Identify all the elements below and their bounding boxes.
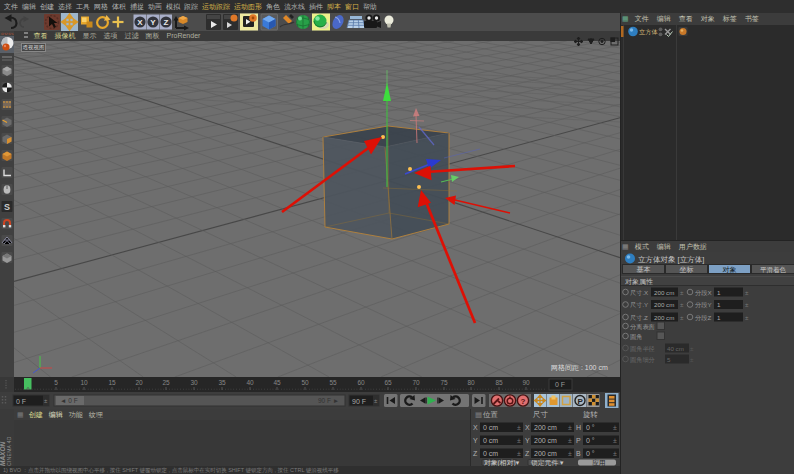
svg-text:Y: Y [150, 18, 156, 27]
svg-text:P: P [578, 397, 584, 406]
svg-text:±: ± [517, 424, 521, 431]
svg-text:Y: Y [525, 437, 530, 444]
svg-text:40 cm: 40 cm [667, 345, 684, 352]
svg-text:0 F: 0 F [555, 381, 565, 388]
svg-text:X: X [137, 18, 143, 27]
svg-text:±: ± [745, 301, 749, 308]
svg-text:▦: ▦ [475, 410, 482, 419]
svg-text:±: ± [517, 437, 521, 444]
svg-text:90: 90 [522, 379, 530, 386]
svg-text:90 F ►: 90 F ► [318, 397, 339, 404]
svg-text:尺寸.Y: 尺寸.Y [630, 301, 648, 308]
svg-text:圆角细分: 圆角细分 [630, 356, 655, 364]
svg-text:0 cm: 0 cm [483, 437, 498, 444]
svg-text:?: ? [521, 397, 526, 406]
svg-text:位置: 位置 [483, 410, 499, 419]
svg-text:200 cm: 200 cm [534, 437, 557, 444]
svg-text:±: ± [568, 437, 572, 444]
svg-text:±: ± [745, 289, 749, 296]
svg-text:200 cm: 200 cm [654, 314, 674, 321]
svg-text:分段X: 分段X [695, 289, 712, 296]
svg-text:90 F: 90 F [352, 398, 366, 405]
svg-text:Y: Y [473, 437, 478, 444]
svg-text:±: ± [613, 424, 617, 431]
svg-text:30: 30 [190, 379, 198, 386]
svg-text:60: 60 [357, 379, 365, 386]
svg-text:X: X [473, 424, 478, 431]
svg-text:±: ± [568, 424, 572, 431]
svg-text:Z: Z [164, 18, 169, 27]
svg-text:0 cm: 0 cm [483, 424, 498, 431]
svg-text:25: 25 [162, 379, 170, 386]
svg-text:旋转: 旋转 [583, 410, 599, 419]
svg-text:85: 85 [495, 379, 503, 386]
svg-text:0 cm: 0 cm [483, 450, 498, 457]
svg-text:±: ± [613, 437, 617, 444]
svg-text:1: 1 [717, 314, 721, 321]
svg-text:±: ± [690, 356, 694, 363]
svg-text:1: 1 [717, 301, 721, 308]
svg-text:尺寸.Z: 尺寸.Z [630, 314, 648, 321]
svg-text:20: 20 [135, 379, 143, 386]
svg-text:70: 70 [412, 379, 420, 386]
svg-text:P: P [576, 437, 581, 444]
svg-text:±: ± [517, 450, 521, 457]
svg-text:Z: Z [473, 450, 478, 457]
svg-text:35: 35 [218, 379, 226, 386]
svg-text:应用: 应用 [592, 459, 606, 466]
svg-text:65: 65 [384, 379, 392, 386]
svg-text:200 cm: 200 cm [654, 301, 674, 308]
svg-text:5: 5 [667, 356, 671, 363]
svg-text:尺寸: 尺寸 [533, 410, 549, 419]
svg-text:±: ± [680, 289, 684, 296]
svg-text:ひひひひ: ひひひひ [1, 32, 14, 36]
svg-text:1: 1 [717, 289, 721, 296]
svg-text:10: 10 [80, 379, 88, 386]
svg-text:立方体对象 [立方体]: 立方体对象 [立方体] [638, 255, 704, 264]
svg-text:40: 40 [246, 379, 254, 386]
svg-text:±: ± [680, 301, 684, 308]
svg-text:0 F: 0 F [16, 398, 26, 405]
svg-text:圆角: 圆角 [630, 333, 642, 341]
svg-text:15: 15 [108, 379, 116, 386]
svg-text:±: ± [690, 345, 694, 352]
svg-text:分离表面: 分离表面 [630, 323, 655, 331]
svg-text:对象属性: 对象属性 [625, 278, 653, 285]
svg-text:50: 50 [301, 379, 309, 386]
svg-text:X: X [525, 424, 530, 431]
svg-text:圆角半径: 圆角半径 [630, 345, 655, 353]
svg-text:对象(相对)▾: 对象(相对)▾ [484, 459, 520, 466]
svg-text:±: ± [613, 450, 617, 457]
svg-text:200 cm: 200 cm [534, 450, 557, 457]
svg-text:Z: Z [525, 450, 530, 457]
svg-text:B: B [576, 450, 581, 457]
svg-text:0 °: 0 ° [586, 450, 595, 457]
svg-text:80: 80 [467, 379, 475, 386]
svg-text:0 °: 0 ° [586, 424, 595, 431]
svg-text:0 °: 0 ° [586, 437, 595, 444]
svg-text:立方体: 立方体 [639, 28, 658, 36]
svg-text:H: H [576, 424, 581, 431]
svg-text:S: S [4, 202, 10, 212]
svg-text:尺寸.X: 尺寸.X [630, 289, 648, 296]
svg-text:200 cm: 200 cm [654, 289, 674, 296]
svg-text:75: 75 [440, 379, 448, 386]
svg-text:锁定元件 ▾: 锁定元件 ▾ [530, 459, 564, 466]
svg-text:200 cm: 200 cm [534, 424, 557, 431]
svg-text:分段Y: 分段Y [695, 301, 712, 308]
svg-text:55: 55 [329, 379, 337, 386]
svg-text:分段Z: 分段Z [695, 314, 711, 321]
svg-text:5: 5 [54, 379, 58, 386]
svg-text:±: ± [680, 314, 684, 321]
svg-text:±: ± [745, 314, 749, 321]
svg-text:45: 45 [273, 379, 281, 386]
svg-text:±: ± [568, 450, 572, 457]
svg-text:◄ 0 F: ◄ 0 F [60, 397, 78, 404]
